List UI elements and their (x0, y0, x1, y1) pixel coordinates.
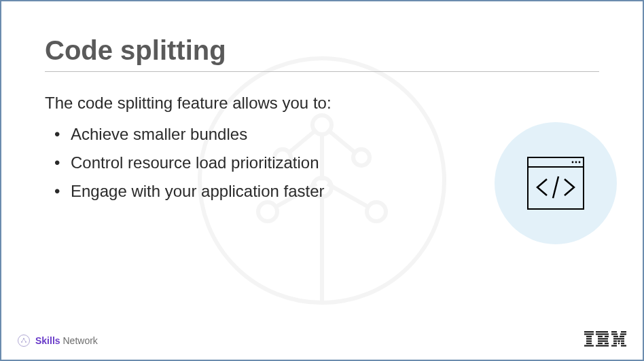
svg-rect-13 (528, 157, 584, 209)
svg-rect-55 (621, 345, 626, 346)
svg-point-16 (575, 162, 577, 164)
svg-rect-44 (620, 333, 626, 335)
skills-rest: Network (62, 335, 97, 346)
svg-rect-28 (586, 341, 592, 342)
svg-rect-29 (586, 343, 592, 344)
ibm-logo (584, 331, 626, 350)
svg-rect-50 (621, 341, 624, 342)
skills-network-text: Skills Network (35, 335, 98, 346)
svg-rect-30 (584, 345, 594, 346)
svg-rect-54 (611, 345, 617, 346)
svg-rect-40 (596, 345, 609, 346)
svg-rect-36 (598, 338, 608, 339)
svg-line-22 (22, 339, 24, 342)
svg-rect-49 (618, 341, 620, 342)
svg-point-8 (367, 202, 386, 221)
svg-rect-53 (621, 343, 624, 344)
svg-rect-46 (620, 336, 624, 337)
svg-rect-37 (598, 341, 608, 342)
svg-point-17 (579, 162, 581, 164)
ibm-logo-icon (584, 331, 626, 347)
svg-rect-42 (621, 331, 626, 332)
decorative-circle (495, 122, 617, 244)
svg-line-23 (24, 339, 26, 342)
svg-rect-52 (618, 343, 620, 344)
slide-lead: The code splitting feature allows you to… (45, 94, 599, 113)
slide-title: Code splitting (45, 35, 599, 72)
svg-rect-34 (598, 336, 603, 337)
svg-point-6 (258, 202, 277, 221)
svg-rect-25 (584, 333, 594, 335)
svg-rect-38 (598, 343, 603, 344)
svg-rect-48 (613, 341, 617, 342)
svg-point-15 (572, 162, 574, 164)
svg-rect-41 (611, 331, 617, 332)
skills-bold: Skills (35, 335, 60, 346)
svg-rect-47 (613, 338, 624, 339)
svg-rect-43 (611, 333, 618, 335)
svg-line-18 (553, 176, 558, 198)
svg-rect-35 (605, 336, 609, 337)
slide-footer: Skills Network (1, 327, 643, 360)
svg-rect-33 (596, 333, 609, 335)
svg-rect-26 (586, 336, 592, 337)
skills-network-logo: Skills Network (18, 335, 98, 347)
svg-rect-45 (613, 336, 618, 337)
skills-network-icon (18, 335, 30, 347)
code-window-icon (526, 156, 585, 210)
svg-rect-51 (613, 343, 617, 344)
svg-rect-24 (584, 331, 594, 332)
svg-rect-39 (605, 343, 609, 344)
svg-rect-27 (586, 338, 592, 339)
svg-rect-32 (596, 331, 608, 332)
